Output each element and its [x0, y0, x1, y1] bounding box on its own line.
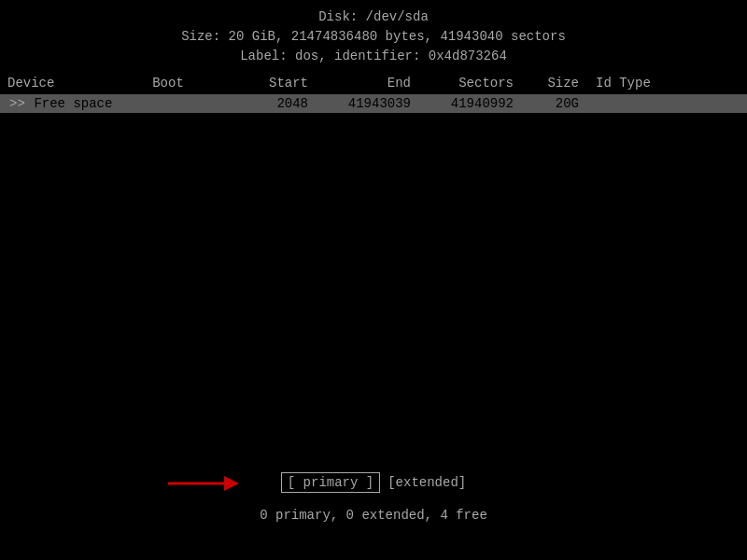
row-size: 20G: [523, 96, 588, 111]
col-header-sectors: Sectors: [420, 76, 523, 91]
row-arrow: >>: [7, 96, 26, 111]
col-header-boot: Boot: [121, 76, 215, 91]
disk-title: Disk: /dev/sda: [0, 7, 747, 27]
svg-marker-1: [224, 476, 239, 491]
row-device-label: Free space: [34, 96, 112, 111]
primary-button[interactable]: [ primary ]: [281, 472, 380, 493]
col-header-device: Device: [0, 76, 121, 91]
row-idtype: [588, 96, 663, 111]
row-device: >> Free space: [0, 96, 121, 111]
extended-button[interactable]: [extended]: [388, 475, 466, 490]
partition-options: [ primary ] [extended]: [0, 472, 747, 493]
disk-label: Label: dos, identifier: 0x4d873264: [0, 47, 747, 66]
row-sectors: 41940992: [420, 96, 523, 111]
col-header-start: Start: [215, 76, 317, 91]
col-header-idtype: Id Type: [588, 76, 663, 91]
row-boot: [121, 96, 215, 111]
disk-header: Disk: /dev/sda Size: 20 GiB, 21474836480…: [0, 0, 747, 66]
col-header-end: End: [317, 76, 420, 91]
table-row[interactable]: >> Free space 2048 41943039 41940992 20G: [0, 94, 747, 113]
disk-size: Size: 20 GiB, 21474836480 bytes, 4194304…: [0, 27, 747, 47]
partition-summary: 0 primary, 0 extended, 4 free: [0, 508, 747, 523]
row-end: 41943039: [317, 96, 420, 111]
arrow-indicator: [166, 470, 241, 500]
bottom-section: [ primary ] [extended] 0 primary, 0 exte…: [0, 472, 747, 523]
screen: Disk: /dev/sda Size: 20 GiB, 21474836480…: [0, 0, 747, 560]
row-start: 2048: [215, 96, 317, 111]
col-header-size: Size: [523, 76, 588, 91]
table-header: Device Boot Start End Sectors Size Id Ty…: [0, 72, 747, 94]
